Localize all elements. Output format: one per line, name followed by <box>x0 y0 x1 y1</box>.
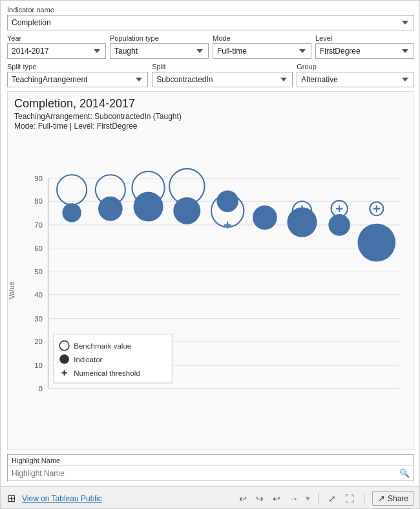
forward-button[interactable]: → <box>288 492 300 505</box>
year-label: Year <box>7 34 106 42</box>
threshold-cross-8 <box>336 205 342 211</box>
split-type-label: Split type <box>7 63 148 70</box>
svg-text:20: 20 <box>34 338 43 345</box>
highlight-name-input[interactable] <box>12 469 399 478</box>
footer-divider <box>318 493 319 504</box>
mode-select[interactable]: Full-time <box>213 43 311 59</box>
chart-container: Completion, 2014-2017 TeachingArrangemen… <box>7 91 414 450</box>
tableau-logo-icon: ⊞ <box>7 492 16 504</box>
indicator-circle-9 <box>357 224 395 262</box>
split-group: Split SubcontractedIn <box>152 63 293 87</box>
svg-point-42 <box>59 354 69 364</box>
year-group: Year 2014-2017 <box>7 34 106 59</box>
level-group: Level FirstDegree <box>315 34 414 59</box>
indicator-name-group: Indicator name Completion <box>7 6 414 30</box>
group-group: Group Alternative <box>297 63 414 87</box>
split-type-group: Split type TeachingArrangement <box>7 63 148 87</box>
svg-text:60: 60 <box>34 244 43 252</box>
svg-text:10: 10 <box>34 362 43 369</box>
population-type-label: Population type <box>110 34 209 42</box>
footer-bar: ⊞ View on Tableau Public ↩ ↪ ↩ → ▾ ⤢ ⛶ ↗… <box>1 486 420 509</box>
svg-text:80: 80 <box>34 197 43 205</box>
row1-fields: Year 2014-2017 Population type Taught Mo… <box>7 34 414 59</box>
search-icon: 🔍 <box>399 468 410 478</box>
mode-label: Mode <box>213 34 311 42</box>
svg-text:Indicator: Indicator <box>74 356 102 363</box>
svg-text:50: 50 <box>34 268 43 276</box>
year-select[interactable]: 2014-2017 <box>7 43 106 59</box>
mode-group: Mode Full-time <box>213 34 311 59</box>
footer-divider-2 <box>364 493 364 504</box>
level-label: Level <box>315 34 414 42</box>
group-label: Group <box>297 63 414 70</box>
chart-svg: 90 80 70 60 50 40 30 20 <box>14 133 407 447</box>
indicator-circle-5 <box>216 190 238 212</box>
share-button[interactable]: ↗ Share <box>372 491 414 506</box>
main-content: Indicator name Completion Year 2014-2017… <box>1 1 420 486</box>
chart-subtitle1: TeachingArrangement: SubcontractedIn (Ta… <box>14 112 407 121</box>
app-container: Indicator name Completion Year 2014-2017… <box>1 1 420 509</box>
share-icon: ↗ <box>378 493 385 503</box>
y-axis-label: Value <box>8 281 16 299</box>
expand-button[interactable]: ⤢ <box>326 492 338 505</box>
svg-text:90: 90 <box>34 175 43 182</box>
highlight-name-container: Highlight Name 🔍 <box>7 454 414 481</box>
svg-text:Numerical threshold: Numerical threshold <box>74 369 140 377</box>
chart-title: Completion, 2014-2017 <box>14 97 407 111</box>
population-type-select[interactable]: Taught <box>110 43 209 59</box>
svg-text:70: 70 <box>34 221 43 229</box>
population-type-group: Population type Taught <box>110 34 209 59</box>
split-select[interactable]: SubcontractedIn <box>152 72 293 87</box>
row2-fields: Split type TeachingArrangement Split Sub… <box>7 63 414 87</box>
split-type-select[interactable]: TeachingArrangement <box>7 72 148 87</box>
svg-text:30: 30 <box>34 315 43 323</box>
highlight-name-label: Highlight Name <box>8 455 414 466</box>
undo-button[interactable]: ↩ <box>237 492 249 505</box>
svg-text:0: 0 <box>39 385 43 393</box>
tableau-link[interactable]: View on Tableau Public <box>22 494 102 503</box>
split-label: Split <box>152 63 293 70</box>
level-select[interactable]: FirstDegree <box>315 43 414 59</box>
indicator-name-label: Indicator name <box>7 6 414 14</box>
footer-nav: ↩ ↪ ↩ → ▾ ⤢ ⛶ ↗ Share <box>237 491 414 506</box>
svg-text:Benchmark value: Benchmark value <box>74 342 131 350</box>
group-select[interactable]: Alternative <box>297 72 414 87</box>
threshold-cross-9 <box>373 205 380 211</box>
highlight-name-row: 🔍 <box>8 466 414 481</box>
benchmark-circle-1 <box>57 175 87 204</box>
indicator-name-select[interactable]: Completion <box>7 15 414 30</box>
redo-button[interactable]: ↪ <box>254 492 266 505</box>
chart-area: Value 90 80 70 60 <box>14 133 407 447</box>
undo2-button[interactable]: ↩ <box>271 492 282 505</box>
chart-subtitle2: Mode: Full-time | Level: FirstDegree <box>14 122 407 131</box>
indicator-circle-8 <box>328 214 350 236</box>
svg-text:40: 40 <box>34 291 43 299</box>
fullscreen-button[interactable]: ⛶ <box>343 492 356 505</box>
